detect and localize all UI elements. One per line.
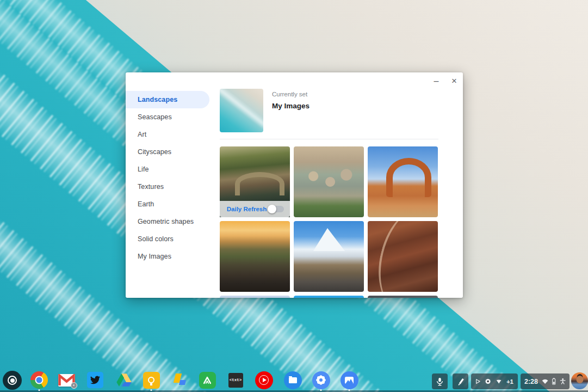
daily-refresh-label: Daily Refresh: [227, 206, 267, 212]
app-feedly[interactable]: [198, 371, 216, 389]
text-editor-icon: <txt>: [228, 373, 243, 388]
app-settings[interactable]: [312, 371, 330, 389]
chrome-icon: [30, 371, 48, 389]
more-notifications-badge: +1: [506, 378, 513, 385]
wallpaper-tile-red-canyon[interactable]: [368, 221, 438, 292]
gmail-sync-badge: [71, 382, 77, 389]
gmail-icon: [58, 374, 75, 387]
clock: 2:28: [524, 378, 538, 385]
sidebar-item-my-images[interactable]: My Images: [126, 248, 220, 265]
sidebar-item-seascapes[interactable]: Seascapes: [126, 108, 220, 126]
currently-set-section: Currently set My Images: [220, 89, 439, 132]
wallpaper-tile-partial-1[interactable]: [220, 296, 290, 298]
microphone-button[interactable]: [432, 373, 448, 389]
app-twitter[interactable]: [86, 371, 104, 389]
wallpaper-tile-stone-arch-bridge[interactable]: Daily Refresh: [220, 146, 290, 217]
sports-ball-notification-icon: [485, 378, 491, 385]
youtube-music-icon: [255, 371, 273, 389]
app-files[interactable]: [283, 371, 302, 389]
app-wallpaper-picker[interactable]: [340, 371, 358, 389]
twitter-icon: [87, 372, 103, 388]
wallpaper-picker-icon: [341, 371, 358, 389]
current-collection-name: My Images: [272, 102, 310, 110]
google-keep-icon: [143, 372, 160, 389]
app-text-editor[interactable]: <txt>: [226, 371, 245, 389]
wallpaper-tile-partial-2[interactable]: [294, 296, 364, 298]
wallpaper-tile-canyon-sunset[interactable]: [220, 221, 290, 292]
currently-set-label: Currently set: [272, 91, 310, 97]
google-drive-icon: [116, 373, 132, 387]
app-google-keep[interactable]: [142, 371, 160, 389]
sidebar-item-landscapes[interactable]: Landscapes: [126, 91, 209, 108]
wallpaper-tile-snow-mountain[interactable]: [294, 221, 364, 292]
launcher-button[interactable]: [3, 371, 21, 389]
microphone-icon: [435, 377, 444, 387]
wallpaper-tile-partial-3[interactable]: [368, 296, 438, 298]
wallpaper-tile-delicate-arch[interactable]: [368, 146, 438, 217]
wallpaper-picker-window: – × Landscapes Seascapes Art Cityscapes …: [126, 72, 463, 298]
stylus-tools-button[interactable]: [453, 373, 468, 389]
user-avatar[interactable]: [571, 372, 588, 389]
section-divider: [220, 139, 438, 139]
wifi-icon: [542, 378, 548, 385]
sidebar-item-solid-colors[interactable]: Solid colors: [126, 230, 220, 248]
launcher-icon: [3, 371, 22, 390]
wallpaper-grid: Daily Refresh: [220, 146, 439, 298]
daily-refresh-bar: Daily Refresh: [220, 201, 290, 217]
app-youtube-music[interactable]: [255, 371, 273, 389]
wallpaper-tile-rocky-cove[interactable]: [294, 146, 364, 217]
sidebar-item-textures[interactable]: Textures: [126, 178, 220, 195]
gear-icon: [312, 371, 330, 389]
battery-icon: [552, 377, 555, 385]
category-sidebar: Landscapes Seascapes Art Cityscapes Life…: [126, 91, 220, 265]
close-icon[interactable]: ×: [448, 75, 461, 88]
app-gmail[interactable]: [57, 371, 76, 389]
toggle-knob: [268, 205, 276, 213]
photos-fan-notification-icon: [496, 378, 502, 385]
sidebar-item-cityscapes[interactable]: Cityscapes: [126, 143, 220, 161]
stylus-icon: [456, 377, 465, 386]
app-adsense[interactable]: [170, 371, 189, 389]
sidebar-item-geometric-shapes[interactable]: Geometric shapes: [126, 213, 220, 230]
status-tray-button[interactable]: 2:28: [521, 373, 570, 389]
notification-badges-button[interactable]: +1: [471, 373, 518, 389]
app-chrome[interactable]: [30, 371, 48, 389]
sidebar-item-earth[interactable]: Earth: [126, 195, 220, 213]
accessibility-icon: [560, 377, 566, 385]
current-wallpaper-thumbnail: [220, 89, 263, 132]
adsense-icon: [171, 372, 188, 388]
minimize-button[interactable]: –: [430, 75, 443, 88]
daily-refresh-toggle[interactable]: [269, 206, 284, 212]
app-google-drive[interactable]: [115, 371, 133, 389]
sidebar-item-art[interactable]: Art: [126, 126, 220, 143]
files-icon: [284, 371, 302, 389]
text-editor-label: <txt>: [230, 378, 242, 382]
sidebar-item-life[interactable]: Life: [126, 161, 220, 178]
play-store-notification-icon: [475, 378, 480, 385]
feedly-icon: [199, 372, 216, 389]
